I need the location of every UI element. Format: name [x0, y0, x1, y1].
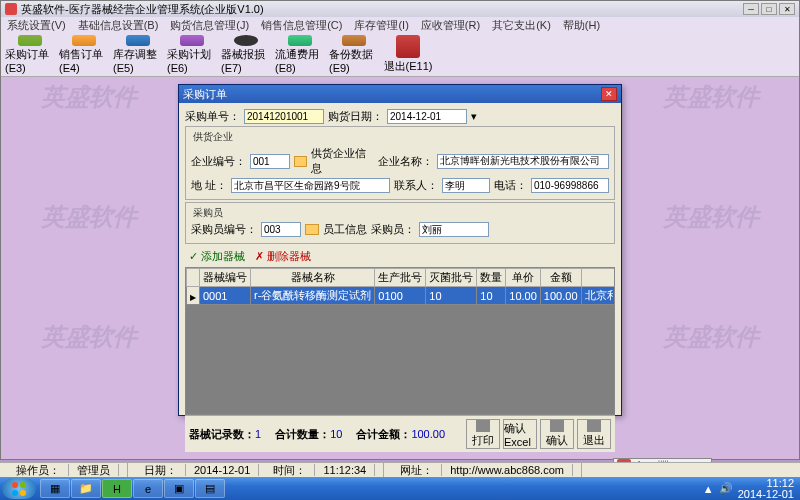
column-header[interactable]: 灭菌批号	[426, 269, 477, 287]
phone-input[interactable]	[531, 178, 609, 193]
column-header[interactable]: 单价	[506, 269, 541, 287]
toolbar-book[interactable]: 采购订单(E3)	[5, 35, 55, 74]
minimize-button[interactable]: ─	[743, 3, 759, 15]
order-no-input[interactable]	[244, 109, 324, 124]
svg-point-2	[12, 490, 18, 496]
toolbar-cam[interactable]: 器械报损(E7)	[221, 35, 271, 74]
menu-system[interactable]: 系统设置(V)	[7, 18, 66, 33]
print-button[interactable]: 打印	[466, 419, 500, 449]
menu-recv[interactable]: 应收管理(R)	[421, 18, 480, 33]
device-grid[interactable]: 器械编号器械名称生产批号灭菌批号数量单价金额 0001r-谷氨酰转移酶测定试剂0…	[185, 267, 615, 415]
toolbar-back[interactable]: 备份数据(E9)	[329, 35, 379, 74]
table-row[interactable]: 0001r-谷氨酰转移酶测定试剂0100101010.00100.00北京利德曼	[187, 287, 616, 305]
company-code-label: 企业编号：	[191, 154, 246, 169]
buyer-code-label: 采购员编号：	[191, 222, 257, 237]
plan-icon	[180, 35, 204, 46]
tray-icon[interactable]: ▲	[703, 483, 714, 495]
toolbar-plan[interactable]: 采购计划(E6)	[167, 35, 217, 74]
address-input[interactable]	[231, 178, 390, 193]
status-url: http://www.abc868.com	[442, 464, 573, 476]
status-time: 11:12:34	[315, 464, 375, 476]
folder-icon[interactable]	[294, 156, 307, 167]
folder-icon[interactable]	[305, 224, 319, 235]
task-item[interactable]: ▦	[40, 479, 70, 498]
column-header[interactable]	[187, 269, 200, 287]
menu-purchase[interactable]: 购货信息管理(J)	[170, 18, 249, 33]
back-icon	[342, 35, 366, 46]
toolbar: 采购订单(E3)销售订单(E4)库存调整(E5)采购计划(E6)器械报损(E7)…	[1, 33, 799, 77]
date-input[interactable]	[387, 109, 467, 124]
record-count: 1	[255, 428, 261, 440]
status-date: 2014-12-01	[186, 464, 259, 476]
note-icon	[72, 35, 96, 46]
svg-point-0	[12, 482, 18, 488]
trans-icon	[288, 35, 312, 46]
toolbar-trans[interactable]: 流通费用(E8)	[275, 35, 325, 74]
exit-icon	[396, 35, 420, 58]
company-info-button[interactable]: 供货企业信息	[311, 146, 374, 176]
column-header[interactable]: 数量	[477, 269, 506, 287]
check-icon	[550, 420, 564, 432]
book-icon	[18, 35, 42, 46]
buyer-info-button[interactable]: 员工信息	[323, 222, 367, 237]
clock[interactable]: 11:122014-12-01	[738, 478, 794, 500]
task-item[interactable]: 📁	[71, 479, 101, 498]
confirm-button[interactable]: 确认	[540, 419, 574, 449]
menu-other[interactable]: 其它支出(K)	[492, 18, 551, 33]
toolbar-exit[interactable]: 退出(E11)	[383, 35, 433, 74]
watermark: 英盛软件	[41, 201, 137, 233]
watermark: 英盛软件	[41, 321, 137, 353]
menu-basic[interactable]: 基础信息设置(B)	[78, 18, 159, 33]
date-label: 购货日期：	[328, 109, 383, 124]
app-titlebar: 英盛软件-医疗器械经营企业管理系统(企业版V1.0) ─ □ ✕	[1, 1, 799, 17]
maximize-button[interactable]: □	[761, 3, 777, 15]
menu-help[interactable]: 帮助(H)	[563, 18, 600, 33]
task-item[interactable]: ▤	[195, 479, 225, 498]
start-button[interactable]	[2, 478, 36, 499]
buyer-legend: 采购员	[191, 206, 225, 220]
add-device-button[interactable]: ✓ 添加器械	[189, 249, 245, 264]
close-button[interactable]: ✕	[779, 3, 795, 15]
toolbar-file[interactable]: 库存调整(E5)	[113, 35, 163, 74]
dialog-close-button[interactable]: ✕	[601, 87, 617, 101]
column-header[interactable]: 生产批号	[375, 269, 426, 287]
menu-sales[interactable]: 销售信息管理(C)	[261, 18, 342, 33]
exit-button[interactable]: 退出	[577, 419, 611, 449]
dialog-title: 采购订单	[183, 87, 227, 102]
app-icon	[5, 3, 17, 15]
status-operator: 管理员	[69, 464, 119, 476]
watermark: 英盛软件	[41, 81, 137, 113]
watermark: 英盛软件	[663, 81, 759, 113]
confirm-excel-button[interactable]: 确认Excel	[503, 419, 537, 449]
phone-label: 电话：	[494, 178, 527, 193]
order-no-label: 采购单号：	[185, 109, 240, 124]
column-header[interactable]	[581, 269, 615, 287]
tray-icon[interactable]: 🔊	[719, 482, 733, 495]
buyer-group: 采购员 采购员编号： 员工信息 采购员：	[185, 202, 615, 244]
summary-bar: 器械记录数：1 合计数量：10 合计金额：100.00 打印 确认Excel 确…	[185, 415, 615, 452]
company-name-label: 企业名称：	[378, 154, 433, 169]
purchase-order-dialog: 采购订单 ✕ 采购单号： 购货日期： ▾ 供货企业 企业编号： 供货企业信息 企…	[178, 84, 622, 416]
task-item[interactable]: H	[102, 479, 132, 498]
delete-device-button[interactable]: ✗ 删除器械	[255, 249, 311, 264]
company-name-input[interactable]	[437, 154, 609, 169]
system-tray[interactable]: ▲ 🔊 11:122014-12-01	[703, 478, 798, 500]
print-icon	[476, 420, 490, 432]
date-dropdown-icon[interactable]: ▾	[471, 110, 477, 123]
contact-input[interactable]	[442, 178, 490, 193]
column-header[interactable]: 器械名称	[251, 269, 375, 287]
buyer-code-input[interactable]	[261, 222, 301, 237]
app-title: 英盛软件-医疗器械经营企业管理系统(企业版V1.0)	[21, 2, 264, 17]
address-label: 地 址：	[191, 178, 227, 193]
company-code-input[interactable]	[250, 154, 290, 169]
column-header[interactable]: 器械编号	[200, 269, 251, 287]
toolbar-note[interactable]: 销售订单(E4)	[59, 35, 109, 74]
task-item[interactable]: ▣	[164, 479, 194, 498]
menu-stock[interactable]: 库存管理(I)	[354, 18, 408, 33]
file-icon	[126, 35, 150, 46]
dialog-titlebar[interactable]: 采购订单 ✕	[179, 85, 621, 103]
task-item[interactable]: e	[133, 479, 163, 498]
supplier-legend: 供货企业	[191, 130, 235, 144]
column-header[interactable]: 金额	[540, 269, 581, 287]
buyer-name-input[interactable]	[419, 222, 489, 237]
